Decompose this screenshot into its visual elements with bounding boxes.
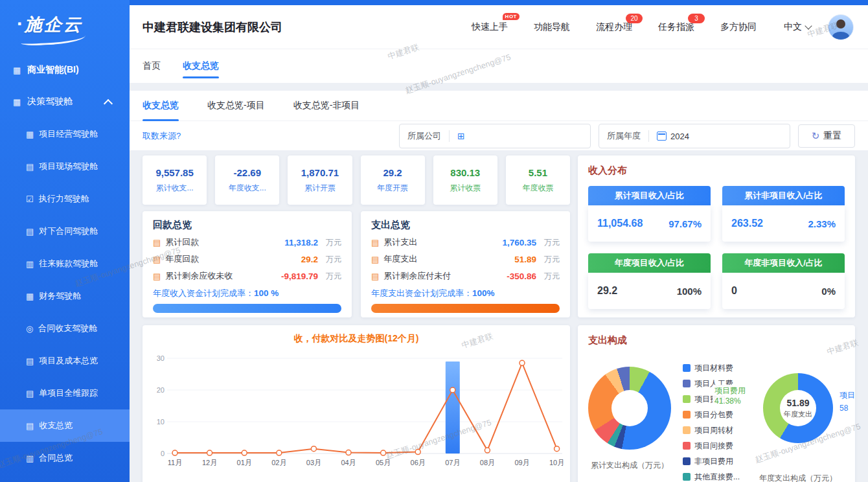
rate-value: 100% bbox=[472, 288, 495, 298]
sidebar-item[interactable]: ▥往来账款驾驶舱 bbox=[0, 247, 130, 280]
sidebar-item[interactable]: ▤项目现场驾驶舱 bbox=[0, 150, 130, 183]
legend-label: 非项目费用 bbox=[694, 456, 733, 467]
income-value: 11,054.68 bbox=[597, 218, 643, 229]
income-grid: 累计项目收入/占比11,054.6897.67%累计非项目收入/占比263.52… bbox=[588, 186, 845, 309]
income-percent: 97.67% bbox=[668, 218, 702, 229]
legend-swatch bbox=[683, 364, 691, 372]
income-percent: 0% bbox=[821, 286, 836, 297]
svg-text:05月: 05月 bbox=[376, 459, 391, 466]
legend-item[interactable]: 非项目费用 bbox=[683, 453, 740, 469]
nav-item[interactable]: 多方协同 bbox=[720, 21, 757, 33]
page-tab[interactable]: 首页 bbox=[143, 49, 161, 83]
nav-item[interactable]: 任务指派3 bbox=[658, 21, 694, 33]
sidebar-item[interactable]: ▤项目及成本总览 bbox=[0, 345, 130, 377]
sidebar-item-label: 对下合同驾驶舱 bbox=[39, 225, 98, 237]
legend-label: 其他直接费... bbox=[694, 472, 740, 482]
overview-row-unit: 万元 bbox=[536, 237, 560, 248]
sidebar-item[interactable]: ◎合同收支驾驶舱 bbox=[0, 312, 130, 345]
legend-item[interactable]: 项目材料费 bbox=[683, 360, 740, 376]
income-sub-card-body: 263.522.33% bbox=[722, 205, 845, 242]
sidebar-item-label: 合同收支驾驶舱 bbox=[38, 323, 97, 334]
divider bbox=[648, 130, 649, 142]
svg-text:06月: 06月 bbox=[411, 459, 426, 466]
sidebar-item-label: 项目及成本总览 bbox=[39, 355, 98, 367]
app-logo: ·施企云 bbox=[0, 0, 130, 54]
company-title: 中建君联建设集团有限公司 bbox=[143, 19, 282, 35]
svg-text:30: 30 bbox=[157, 354, 165, 362]
income-sub-card-header: 年度项目收入/占比 bbox=[588, 253, 711, 273]
svg-text:03月: 03月 bbox=[306, 459, 321, 466]
avatar-body bbox=[832, 32, 849, 40]
legend-label: 项目周转材 bbox=[694, 425, 733, 436]
legend-swatch bbox=[683, 426, 691, 434]
stat-card: 29.2年度开票 bbox=[361, 155, 425, 205]
company-select[interactable]: 所属公司 ⊞ bbox=[399, 124, 591, 148]
overview-row: ▤累计剩余应付未付-350.86万元 bbox=[371, 270, 560, 282]
nav-item-label: 任务指派 bbox=[658, 21, 694, 32]
reset-button[interactable]: ↻ 重置 bbox=[798, 124, 855, 148]
sidebar-item[interactable]: ▤对下合同驾驶舱 bbox=[0, 215, 130, 247]
sidebar-item[interactable]: ▦项目经营驾驶舱 bbox=[0, 118, 130, 150]
nav-item-label: 多方协同 bbox=[720, 21, 757, 32]
overview-row-label: 累计回款 bbox=[165, 236, 199, 248]
page-tab[interactable]: 收支总览 bbox=[183, 49, 219, 83]
sidebar-item-label: 财务驾驶舱 bbox=[39, 290, 81, 302]
donut-center-label: 51.89 年度支出 bbox=[763, 373, 833, 443]
year-select[interactable]: 所属年度 2024 bbox=[599, 124, 790, 148]
sidebar-item[interactable]: ▦财务驾驶舱 bbox=[0, 280, 130, 312]
nav-item[interactable]: 快速上手HOT bbox=[472, 21, 508, 33]
chart-title: 收，付款对比及走势图(12个月) bbox=[143, 333, 570, 345]
filter-row: 取数来源? 所属公司 ⊞ 所属年度 2024 ↻ 重置 bbox=[130, 121, 868, 151]
calendar-icon bbox=[657, 132, 667, 141]
plan-completion-rate: 年度支出资金计划完成率：100% bbox=[371, 288, 560, 299]
list-icon: ▥ bbox=[26, 259, 34, 269]
doc-icon: ▤ bbox=[153, 255, 161, 264]
data-source-link[interactable]: 取数来源? bbox=[143, 130, 181, 142]
legend-swatch bbox=[683, 442, 691, 450]
topbar: 中建君联建设集团有限公司 快速上手HOT功能导航流程办理20任务指派3多方协同 … bbox=[130, 5, 868, 49]
stat-label: 累计收支... bbox=[156, 183, 194, 194]
sidebar-item[interactable]: ☑执行力驾驶舱 bbox=[0, 183, 130, 215]
income-sub-card-body: 29.2100% bbox=[588, 273, 711, 309]
doc-icon: ▤ bbox=[26, 162, 34, 172]
chevron-up-icon bbox=[104, 99, 113, 108]
sidebar-item[interactable]: ▤收支总览 bbox=[0, 409, 130, 442]
language-switch[interactable]: 中文 bbox=[784, 21, 811, 33]
stat-label: 累计收票 bbox=[450, 183, 481, 194]
expense-overview-card: 支出总览 ▤累计支出1,760.35万元▤年度支出51.89万元▤累计剩余应付未… bbox=[361, 211, 570, 317]
nav-item-label: 流程办理 bbox=[596, 21, 632, 32]
card-title: 收入分布 bbox=[588, 165, 845, 177]
grid-icon: ▦ bbox=[26, 130, 34, 139]
sub-tab[interactable]: 收支总览-非项目 bbox=[293, 91, 360, 120]
stat-card: -22.69年度收支... bbox=[215, 155, 279, 205]
stat-label: 年度开票 bbox=[377, 183, 408, 194]
sidebar-item[interactable]: ▤单项目全维跟踪 bbox=[0, 377, 130, 409]
sub-tab[interactable]: 收支总览 bbox=[143, 91, 179, 120]
sidebar-item-label: 收支总览 bbox=[39, 420, 73, 431]
sidebar-item[interactable]: ▥合同总览 bbox=[0, 442, 130, 474]
language-label: 中文 bbox=[784, 21, 802, 33]
trend-chart-card: 收，付款对比及走势图(12个月) 010203011月12月01月02月03月0… bbox=[143, 325, 570, 482]
doc-icon: ▤ bbox=[153, 238, 161, 247]
legend-item[interactable]: 项目周转材 bbox=[683, 422, 740, 438]
svg-text:10: 10 bbox=[157, 418, 165, 426]
donut-center-value: 51.89 bbox=[786, 398, 809, 408]
overview-row-label: 年度支出 bbox=[383, 253, 417, 265]
filter-panel: 收支总览收支总览-项目收支总览-非项目 取数来源? 所属公司 ⊞ 所属年度 20… bbox=[130, 91, 868, 150]
legend-item[interactable]: 项目分包费 bbox=[683, 407, 740, 422]
sidebar-item-label: 合同总览 bbox=[39, 452, 73, 464]
sub-tab[interactable]: 收支总览-项目 bbox=[207, 91, 265, 120]
user-avatar[interactable] bbox=[828, 14, 854, 40]
legend-item[interactable]: 其他直接费... bbox=[683, 469, 740, 482]
sidebar-section-bi[interactable]: ▦ 商业智能(BI) bbox=[0, 54, 130, 86]
logo-swoosh-decoration bbox=[21, 33, 86, 46]
nav-item[interactable]: 功能导航 bbox=[534, 21, 570, 33]
nav-item[interactable]: 流程办理20 bbox=[596, 21, 632, 33]
sidebar-group-decision-cockpit[interactable]: ▦ 决策驾驶舱 bbox=[0, 86, 130, 118]
legend-item[interactable]: 项目间接费 bbox=[683, 438, 740, 453]
year-value: 2024 bbox=[670, 132, 689, 141]
sidebar-menu: ▦项目经营驾驶舱▤项目现场驾驶舱☑执行力驾驶舱▤对下合同驾驶舱▥往来账款驾驶舱▦… bbox=[0, 118, 130, 474]
avatar-head bbox=[836, 19, 845, 29]
stat-label: 累计开票 bbox=[304, 183, 336, 194]
plan-completion-rate: 年度收入资金计划完成率：100 % bbox=[153, 288, 341, 299]
